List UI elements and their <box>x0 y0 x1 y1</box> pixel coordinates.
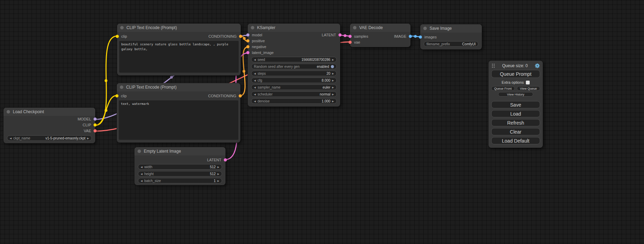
input-slot-samples[interactable] <box>349 35 352 38</box>
widget-steps[interactable]: ◀ steps 20 ▶ <box>251 71 337 76</box>
wire-clip-positive[interactable] <box>95 36 117 125</box>
settings-gear-icon[interactable] <box>535 63 540 68</box>
node-clip-text-encode-negative[interactable]: CLIP Text Encode (Prompt) clip CONDITION… <box>117 83 240 143</box>
decrement-icon[interactable]: ◀ <box>254 72 256 75</box>
wire-midpoint-dot[interactable] <box>105 109 107 112</box>
decrement-icon[interactable]: ◀ <box>10 137 11 139</box>
wire-midpoint-dot[interactable] <box>414 35 417 38</box>
output-slot-model[interactable] <box>94 117 97 120</box>
node-title-bar[interactable]: Save Image <box>420 24 482 33</box>
view-history-button[interactable]: View History <box>498 92 533 97</box>
queue-front-button[interactable]: Queue Front <box>491 86 515 91</box>
node-clip-text-encode-positive[interactable]: CLIP Text Encode (Prompt) clip CONDITION… <box>117 24 241 75</box>
widget-ckpt-name[interactable]: ◀ ckpt_name v1-5-pruned-emaonly.ckpt ▶ <box>7 135 92 141</box>
increment-icon[interactable]: ▶ <box>332 86 334 89</box>
node-title-bar[interactable]: KSampler <box>248 24 340 32</box>
node-title-bar[interactable]: CLIP Text Encode (Prompt) <box>117 24 241 32</box>
save-button[interactable]: Save <box>491 101 540 108</box>
view-queue-button[interactable]: View Queue <box>517 86 540 91</box>
output-slot-latent[interactable] <box>224 158 227 161</box>
slot-row: clip CONDITIONING <box>117 93 240 99</box>
node-title-bar[interactable]: CLIP Text Encode (Prompt) <box>117 83 240 91</box>
decrement-icon[interactable]: ◀ <box>141 173 142 175</box>
input-slot-clip[interactable] <box>116 35 119 38</box>
node-ksampler[interactable]: KSampler model LATENT positive negative … <box>248 24 340 107</box>
widget-scheduler[interactable]: ◀ scheduler normal ▶ <box>251 91 337 97</box>
node-empty-latent-image[interactable]: Empty Latent Image LATENT ◀ width 512 ▶ … <box>134 147 226 185</box>
negative-prompt-textarea[interactable]: text, watermark <box>119 100 238 140</box>
input-label-samples: samples <box>354 34 368 38</box>
decrement-icon[interactable]: ◀ <box>254 86 256 89</box>
widget-batch-size[interactable]: ◀ batch_size 1 ▶ <box>138 178 222 183</box>
output-slot-conditioning[interactable] <box>239 35 242 38</box>
load-button[interactable]: Load <box>491 110 540 117</box>
widget-seed[interactable]: ◀ seed 156680208700286 ▶ <box>251 57 337 62</box>
increment-icon[interactable]: ▶ <box>332 79 334 82</box>
widget-filename-prefix[interactable]: filename_prefix ComfyUI <box>424 41 478 47</box>
wire-midpoint-dot[interactable] <box>344 34 346 37</box>
extra-options-checkbox[interactable] <box>526 81 530 84</box>
decrement-icon[interactable]: ◀ <box>254 100 256 102</box>
node-vae-decode[interactable]: VAE Decode samples IMAGE vae <box>350 24 411 47</box>
node-title-text: Save Image <box>430 26 452 31</box>
output-slot-vae[interactable] <box>94 129 97 132</box>
node-title-bar[interactable]: Empty Latent Image <box>134 147 226 155</box>
increment-icon[interactable]: ▶ <box>218 173 219 175</box>
output-label-latent: LATENT <box>322 33 336 37</box>
increment-icon[interactable]: ▶ <box>218 180 219 182</box>
positive-prompt-textarea[interactable]: beautiful scenery nature glass bottle la… <box>119 41 239 73</box>
queue-prompt-button[interactable]: Queue Prompt <box>491 70 540 78</box>
wire-midpoint-dot[interactable] <box>242 70 245 73</box>
decrement-icon[interactable]: ◀ <box>254 79 256 82</box>
comfy-menu-panel[interactable]: Queue size: 0 Queue Prompt Extra options… <box>488 61 543 148</box>
drag-handle-icon[interactable] <box>492 63 495 68</box>
wire-midpoint-dot[interactable] <box>170 76 173 79</box>
input-slot-vae[interactable] <box>349 40 352 44</box>
decrement-icon[interactable]: ◀ <box>254 93 256 96</box>
widget-width[interactable]: ◀ width 512 ▶ <box>138 164 222 170</box>
wire-clip-negative[interactable] <box>95 96 117 125</box>
increment-icon[interactable]: ▶ <box>332 58 334 61</box>
output-slot-conditioning[interactable] <box>239 94 242 97</box>
node-status-dot <box>120 85 123 89</box>
output-slot-image[interactable] <box>409 35 412 38</box>
decrement-icon[interactable]: ◀ <box>254 58 256 61</box>
decrement-icon[interactable]: ◀ <box>141 180 142 182</box>
increment-icon[interactable]: ▶ <box>332 93 334 96</box>
widget-denoise[interactable]: ◀ denoise 1.000 ▶ <box>251 98 337 104</box>
node-load-checkpoint[interactable]: Load Checkpoint MODEL CLIP VAE ◀ ckpt_na… <box>3 108 95 143</box>
toggle-indicator-icon[interactable] <box>331 65 334 68</box>
node-title-text: CLIP Text Encode (Prompt) <box>126 25 177 30</box>
wire-conditioning-negative[interactable] <box>240 47 248 96</box>
widget-sampler-name[interactable]: ◀ sampler_name euler ▶ <box>251 84 337 90</box>
wire-midpoint-dot[interactable] <box>105 79 107 82</box>
increment-icon[interactable]: ▶ <box>332 72 334 75</box>
output-slot-latent[interactable] <box>338 33 342 36</box>
input-slot-model[interactable] <box>246 33 249 36</box>
increment-icon[interactable]: ▶ <box>87 137 89 139</box>
widget-random-seed-toggle[interactable]: Random seed after every gen enabled <box>251 64 337 69</box>
refresh-button[interactable]: Refresh <box>491 119 540 126</box>
increment-icon[interactable]: ▶ <box>332 100 334 102</box>
node-status-dot <box>138 150 141 153</box>
decrement-icon[interactable]: ◀ <box>141 166 142 168</box>
node-title-bar[interactable]: VAE Decode <box>350 24 411 32</box>
widget-height[interactable]: ◀ height 512 ▶ <box>138 171 222 177</box>
wire-midpoint-dot[interactable] <box>243 37 246 40</box>
input-slot-clip[interactable] <box>115 94 118 97</box>
slot-row: samples IMAGE <box>350 33 411 39</box>
load-default-button[interactable]: Load Default <box>491 137 540 144</box>
node-graph-canvas[interactable]: { "icons": { "decrement": "◀", "incremen… <box>0 0 644 244</box>
output-slot-clip[interactable] <box>94 123 97 126</box>
input-slot-positive[interactable] <box>246 39 249 42</box>
increment-icon[interactable]: ▶ <box>218 166 219 168</box>
slot-row: CLIP <box>3 122 95 128</box>
input-slot-images[interactable] <box>419 35 422 38</box>
clear-button[interactable]: Clear <box>491 128 540 135</box>
input-slot-latent-image[interactable] <box>246 51 249 54</box>
node-title-bar[interactable]: Load Checkpoint <box>3 108 95 116</box>
widget-label: steps <box>257 72 266 75</box>
node-save-image[interactable]: Save Image images filename_prefix ComfyU… <box>420 24 482 49</box>
input-slot-negative[interactable] <box>246 45 249 48</box>
widget-cfg[interactable]: ◀ cfg 8.000 ▶ <box>251 78 337 83</box>
